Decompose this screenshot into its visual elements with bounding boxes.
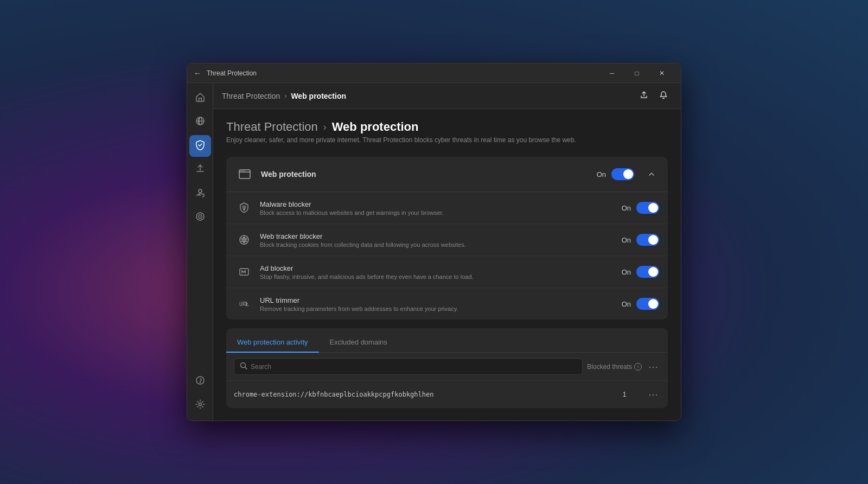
- search-input[interactable]: [251, 363, 577, 371]
- ad-blocker-toggle[interactable]: [636, 266, 659, 278]
- page-title-row: Threat Protection › Web protection: [226, 120, 668, 134]
- malware-blocker-title: Malware blocker: [260, 200, 622, 208]
- topbar-actions: [635, 87, 672, 105]
- sidebar-item-shield[interactable]: [189, 135, 211, 157]
- notifications-button[interactable]: [655, 87, 672, 105]
- topbar: Threat Protection › Web protection: [213, 83, 681, 109]
- web-protection-toggle[interactable]: [611, 168, 634, 180]
- page-title-sep: ›: [323, 122, 327, 133]
- ad-blocker-toggle-label: On: [622, 268, 631, 276]
- web-protection-toggle-area: On: [597, 167, 659, 182]
- url-trimmer-desc: Remove tracking parameters from web addr…: [260, 305, 622, 312]
- breadcrumb: Threat Protection › Web protection: [222, 92, 631, 100]
- ad-blocker-info: Ad blocker Stop flashy, intrusive, and m…: [260, 264, 622, 280]
- breadcrumb-prefix: Threat Protection: [222, 92, 280, 100]
- url-trimmer-toggle-area: On: [622, 298, 659, 310]
- svg-point-12: [242, 170, 243, 171]
- url-trimmer-icon: URL: [235, 295, 253, 313]
- toggle-knob: [648, 299, 658, 309]
- tracker-blocker-desc: Block tracking cookies from collecting d…: [260, 241, 622, 248]
- activity-url: chrome-extension://kbfnbcaeplbcioakkpcpg…: [234, 391, 603, 398]
- sidebar-item-home[interactable]: [189, 87, 211, 109]
- svg-point-13: [244, 170, 245, 171]
- url-trimmer-toggle-label: On: [622, 300, 631, 308]
- network-icon: [195, 187, 206, 201]
- home-icon: [195, 92, 206, 105]
- collapse-button[interactable]: [644, 167, 659, 182]
- sidebar-item-support[interactable]: [189, 371, 211, 392]
- toggle-knob: [623, 169, 633, 179]
- activity-section: Web protection activity Excluded domains: [226, 328, 668, 408]
- content-area: Threat Protection › Web protection Enjoy…: [213, 109, 681, 421]
- tracker-blocker-title: Web tracker blocker: [260, 232, 622, 240]
- search-icon: [240, 362, 247, 371]
- close-button[interactable]: ✕: [649, 63, 674, 83]
- svg-point-11: [240, 170, 241, 171]
- target-icon: [195, 211, 206, 225]
- header-more-button[interactable]: ⋯: [646, 359, 660, 375]
- titlebar-title: Threat Protection: [207, 69, 599, 77]
- breadcrumb-separator: ›: [284, 92, 286, 100]
- table-row: chrome-extension://kbfnbcaeplbcioakkpcpg…: [226, 380, 668, 408]
- malware-blocker-toggle[interactable]: [636, 202, 659, 214]
- url-trimmer-title: URL trimmer: [260, 296, 622, 304]
- export-icon: [640, 91, 648, 101]
- ad-blocker-toggle-area: On: [622, 266, 659, 278]
- tab-excluded-domains[interactable]: Excluded domains: [319, 333, 398, 353]
- activity-count: 1: [603, 391, 646, 398]
- tracker-blocker-row: Web tracker blocker Block tracking cooki…: [226, 224, 668, 256]
- malware-blocker-toggle-area: On: [622, 202, 659, 214]
- sidebar-item-target[interactable]: [189, 207, 211, 228]
- export-button[interactable]: [635, 87, 653, 105]
- sidebar-item-web[interactable]: [189, 111, 211, 133]
- page-subtitle: Enjoy cleaner, safer, and more private i…: [226, 136, 668, 144]
- malware-blocker-desc: Block access to malicious websites and g…: [260, 209, 622, 216]
- search-box: [234, 358, 583, 375]
- back-button[interactable]: ←: [194, 69, 201, 78]
- web-protection-toggle-label: On: [597, 170, 606, 179]
- tracker-blocker-toggle-area: On: [622, 234, 659, 246]
- sub-features-list: Malware blocker Block access to maliciou…: [226, 192, 668, 320]
- sidebar-item-settings[interactable]: [189, 394, 211, 416]
- page-header: Threat Protection › Web protection Enjoy…: [226, 120, 668, 144]
- url-trimmer-info: URL trimmer Remove tracking parameters f…: [260, 296, 622, 312]
- svg-point-9: [199, 403, 201, 405]
- svg-point-7: [200, 216, 201, 217]
- activity-tabs: Web protection activity Excluded domains: [226, 333, 668, 353]
- breadcrumb-current: Web protection: [291, 92, 346, 100]
- row-more-button[interactable]: ⋯: [646, 386, 660, 403]
- sidebar-item-upload[interactable]: [189, 159, 211, 181]
- url-trimmer-toggle[interactable]: [636, 298, 659, 310]
- url-trimmer-row: URL URL trimmer Remove tracking paramete…: [226, 288, 668, 320]
- bell-icon: [659, 91, 668, 101]
- titlebar-controls: ─ □ ✕: [599, 63, 674, 83]
- malware-blocker-info: Malware blocker Block access to maliciou…: [260, 200, 622, 216]
- window-body: Threat Protection › Web protection: [187, 83, 681, 421]
- support-icon: [195, 375, 206, 389]
- main-window: ← Threat Protection ─ □ ✕: [187, 63, 681, 421]
- malware-blocker-toggle-label: On: [622, 204, 631, 212]
- web-protection-header[interactable]: Web protection On: [226, 157, 668, 192]
- tracker-blocker-toggle[interactable]: [636, 234, 659, 246]
- toggle-knob: [648, 203, 658, 213]
- malware-blocker-row: Malware blocker Block access to maliciou…: [226, 192, 668, 224]
- web-protection-card: Web protection On: [226, 157, 668, 320]
- info-icon[interactable]: i: [634, 363, 642, 371]
- minimize-button[interactable]: ─: [599, 63, 624, 83]
- maximize-button[interactable]: □: [624, 63, 649, 83]
- globe-icon: [195, 116, 206, 129]
- ad-blocker-title: Ad blocker: [260, 264, 622, 272]
- svg-line-4: [200, 193, 202, 195]
- malware-blocker-icon: [235, 199, 253, 217]
- page-title-main: Web protection: [332, 120, 419, 134]
- tab-web-protection-activity[interactable]: Web protection activity: [226, 333, 319, 353]
- sidebar: [187, 83, 213, 421]
- shield-icon: [195, 139, 206, 153]
- tracker-blocker-info: Web tracker blocker Block tracking cooki…: [260, 232, 622, 248]
- web-protection-title: Web protection: [261, 170, 597, 179]
- ad-blocker-row: Ad blocker Stop flashy, intrusive, and m…: [226, 256, 668, 288]
- sidebar-item-network[interactable]: [189, 183, 211, 205]
- main-content: Threat Protection › Web protection: [213, 83, 681, 421]
- web-protection-icon: [235, 164, 254, 184]
- ad-blocker-desc: Stop flashy, intrusive, and malicious ad…: [260, 273, 622, 280]
